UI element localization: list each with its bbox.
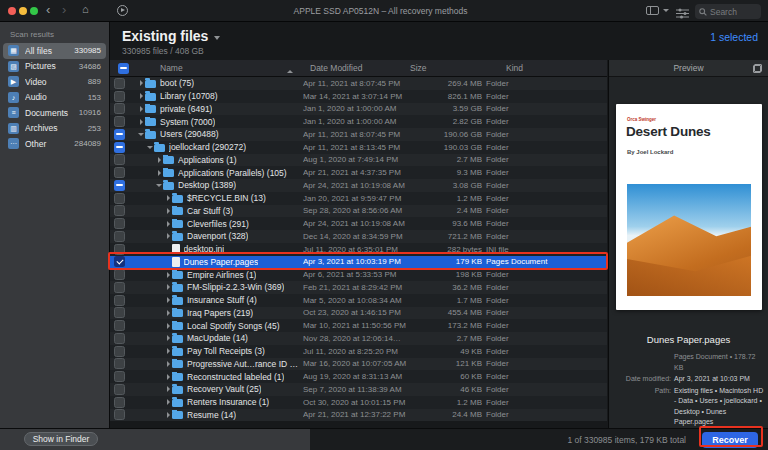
back-button[interactable]: ‹ [46, 2, 50, 17]
expand-arrow-icon[interactable] [164, 399, 172, 405]
sidebar-item-video[interactable]: ▶Video889 [3, 74, 106, 90]
collapse-arrow-icon[interactable] [137, 133, 145, 136]
table-row[interactable]: $RECYCLE.BIN (13)Jan 20, 2021 at 9:59:47… [110, 192, 607, 205]
expand-arrow-icon[interactable] [164, 233, 172, 239]
row-checkbox[interactable] [114, 167, 125, 178]
row-checkbox[interactable] [114, 116, 125, 127]
row-checkbox[interactable] [114, 78, 125, 89]
row-checkbox[interactable] [114, 358, 125, 369]
expand-arrow-icon[interactable] [164, 361, 172, 367]
table-row[interactable]: Iraq Papers (219)Oct 23, 2020 at 1:46:15… [110, 307, 607, 320]
sidebar-item-documents[interactable]: ≡Documents10916 [3, 105, 106, 121]
column-header-name[interactable]: Name [134, 63, 303, 73]
expand-arrow-icon[interactable] [164, 412, 172, 418]
row-checkbox[interactable] [114, 180, 125, 191]
table-row[interactable]: Desktop (1389)Apr 24, 2021 at 10:19:08 A… [110, 179, 607, 192]
show-in-finder-button[interactable]: Show in Finder [24, 432, 98, 446]
row-checkbox[interactable] [114, 384, 125, 395]
table-row[interactable]: Pay Toll Receipts (3)Jul 11, 2020 at 8:2… [110, 345, 607, 358]
expand-arrow-icon[interactable] [155, 157, 163, 163]
table-row[interactable]: Recovery Vault (25)Sep 7, 2020 at 11:38:… [110, 383, 607, 396]
sidebar-item-other[interactable]: ⋯Other284089 [3, 136, 106, 152]
home-icon[interactable]: ⌂ [82, 3, 89, 15]
row-checkbox[interactable] [114, 129, 125, 140]
expand-arrow-icon[interactable] [164, 335, 172, 341]
row-checkbox[interactable] [114, 320, 125, 331]
select-all-checkbox[interactable] [118, 63, 129, 74]
row-checkbox[interactable] [114, 256, 125, 267]
expand-arrow-icon[interactable] [164, 221, 172, 227]
row-checkbox[interactable] [114, 218, 125, 229]
expand-arrow-icon[interactable] [164, 297, 172, 303]
row-checkbox[interactable] [114, 333, 125, 344]
row-checkbox[interactable] [114, 409, 125, 420]
expand-arrow-icon[interactable] [164, 374, 172, 380]
table-row[interactable]: System (7000)Jan 1, 2020 at 1:00:00 AM2.… [110, 115, 607, 128]
expand-arrow-icon[interactable] [164, 323, 172, 329]
expand-arrow-icon[interactable] [164, 310, 172, 316]
row-checkbox[interactable] [114, 346, 125, 357]
table-row[interactable]: private (6491)Jan 1, 2020 at 1:00:00 AM3… [110, 103, 607, 116]
row-checkbox[interactable] [114, 103, 125, 114]
table-row[interactable]: Applications (1)Aug 1, 2020 at 7:49:14 P… [110, 154, 607, 167]
filter-icon[interactable] [676, 5, 689, 23]
chevron-down-icon[interactable] [663, 9, 669, 12]
row-checkbox[interactable] [114, 231, 125, 242]
sidebar-item-pictures[interactable]: ▨Pictures34686 [3, 59, 106, 75]
row-checkbox[interactable] [114, 142, 125, 153]
recover-button[interactable]: Recover [702, 432, 758, 448]
search-field[interactable] [695, 4, 761, 19]
table-row[interactable]: Empire Airlines (1)Apr 6, 2021 at 5:33:5… [110, 268, 607, 281]
table-row[interactable]: Insurance Stuff (4)Mar 5, 2020 at 10:08:… [110, 294, 607, 307]
expand-arrow-icon[interactable] [164, 195, 172, 201]
row-checkbox[interactable] [114, 397, 125, 408]
table-row[interactable]: Users (290488)Apr 11, 2021 at 8:07:45 PM… [110, 128, 607, 141]
expand-arrow-icon[interactable] [137, 106, 145, 112]
table-row[interactable]: Davenport (328)Dec 14, 2020 at 8:34:59 P… [110, 230, 607, 243]
row-checkbox[interactable] [114, 193, 125, 204]
row-checkbox[interactable] [114, 269, 125, 280]
scan-title-dropdown[interactable]: Existing files [122, 28, 220, 44]
row-checkbox[interactable] [114, 244, 125, 255]
collapse-arrow-icon[interactable] [155, 184, 163, 187]
table-row[interactable]: Progressive Aut…rance ID Cards (1)Mar 16… [110, 358, 607, 371]
forward-button[interactable]: › [62, 2, 66, 17]
column-header-size[interactable]: Size [410, 63, 482, 73]
table-row[interactable]: Renters Insurance (1)Oct 30, 2020 at 10:… [110, 396, 607, 409]
row-checkbox[interactable] [114, 91, 125, 102]
row-checkbox[interactable] [114, 295, 125, 306]
expand-arrow-icon[interactable] [137, 80, 145, 86]
row-checkbox[interactable] [114, 282, 125, 293]
open-preview-window-icon[interactable] [753, 64, 762, 73]
expand-arrow-icon[interactable] [164, 348, 172, 354]
expand-arrow-icon[interactable] [164, 284, 172, 290]
collapse-arrow-icon[interactable] [146, 146, 154, 149]
table-row[interactable]: Dunes Paper.pagesApr 3, 2021 at 10:03:19… [110, 256, 607, 269]
row-checkbox[interactable] [114, 205, 125, 216]
column-header-date-modified[interactable]: Date Modified [303, 63, 410, 73]
table-row[interactable]: Local Spotify Songs (45)Mar 10, 2021 at … [110, 319, 607, 332]
table-row[interactable]: Car Stuff (3)Sep 28, 2020 at 8:56:06 AM2… [110, 205, 607, 218]
row-checkbox[interactable] [114, 371, 125, 382]
expand-arrow-icon[interactable] [137, 93, 145, 99]
table-row[interactable]: MacUpdate (14)Nov 28, 2020 at 12:06:14…2… [110, 332, 607, 345]
expand-arrow-icon[interactable] [164, 208, 172, 214]
expand-arrow-icon[interactable] [164, 272, 172, 278]
table-row[interactable]: Resume (14)Apr 21, 2021 at 12:37:22 PM24… [110, 409, 607, 422]
sidebar-item-archives[interactable]: ▥Archives253 [3, 121, 106, 137]
sidebar-item-audio[interactable]: ♪Audio153 [3, 90, 106, 106]
minimize-window-button[interactable] [19, 7, 27, 15]
column-header-kind[interactable]: Kind [482, 63, 607, 73]
table-row[interactable]: Library (10708)Mar 14, 2021 at 3:07:14 P… [110, 90, 607, 103]
table-row[interactable]: joellockard (290272)Apr 11, 2021 at 8:13… [110, 141, 607, 154]
row-checkbox[interactable] [114, 154, 125, 165]
expand-arrow-icon[interactable] [155, 170, 163, 176]
expand-arrow-icon[interactable] [164, 386, 172, 392]
table-row[interactable]: Reconstructed labeled (1)Aug 19, 2020 at… [110, 370, 607, 383]
expand-arrow-icon[interactable] [137, 119, 145, 125]
row-checkbox[interactable] [114, 307, 125, 318]
search-input[interactable] [710, 7, 757, 17]
zoom-window-button[interactable] [30, 7, 38, 15]
table-row[interactable]: FM-Slippi-2.2.3-Win (369)Feb 21, 2021 at… [110, 281, 607, 294]
close-window-button[interactable] [8, 7, 16, 15]
